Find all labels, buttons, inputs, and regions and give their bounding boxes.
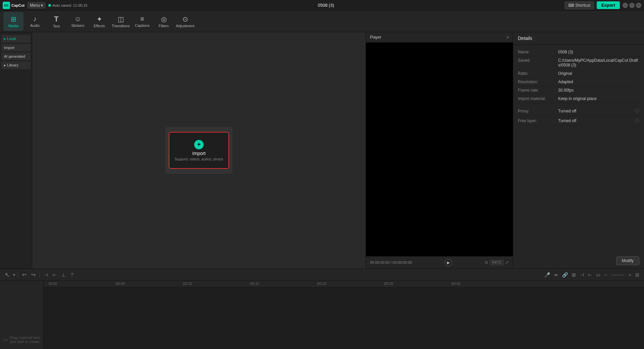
toolbar-text[interactable]: T Text: [46, 12, 66, 31]
zoom-in-icon[interactable]: +: [627, 271, 633, 278]
link-icon[interactable]: 🔗: [561, 271, 569, 278]
filters-label: Filters: [159, 24, 169, 28]
toolbar-effects[interactable]: ✦ Effects: [89, 12, 109, 31]
audio-label: Audio: [30, 23, 40, 28]
zoom-slider[interactable]: ────: [610, 271, 626, 278]
ruler-mark-0: 00:00: [49, 282, 57, 286]
snapshot-icon[interactable]: ⊙: [485, 260, 488, 265]
play-button[interactable]: ▶: [445, 259, 452, 266]
toolbar-separator-2: [40, 272, 40, 278]
detail-name-label: Name:: [518, 50, 558, 54]
toolbar-media[interactable]: ⊞ Media: [3, 12, 23, 31]
microphone-icon[interactable]: 🎤: [543, 271, 551, 278]
import-label: Import: [192, 151, 206, 156]
audio-icon: ♪: [33, 15, 37, 23]
timeline-left-gutter: ▭ Drag material here and start to create: [0, 281, 44, 349]
title-bar: CC CapCut Menu ▾ Auto saved: 11:00:15 05…: [0, 0, 644, 11]
modify-button[interactable]: Modify: [616, 256, 639, 265]
fullscreen-icon[interactable]: ⤢: [505, 260, 509, 265]
toolbar-transitions[interactable]: ◫ Transitions: [111, 12, 131, 31]
detail-row-framerate: Frame rate: 30.00fps: [518, 86, 639, 95]
toolbar-captions[interactable]: ≡ Captions: [132, 12, 152, 31]
prev-frame-button[interactable]: ⊢: [51, 271, 58, 278]
cursor-tool-dropdown[interactable]: ▾: [13, 272, 15, 277]
details-header: Details: [513, 32, 644, 45]
detail-framerate-label: Frame rate:: [518, 88, 558, 93]
player-menu-icon[interactable]: ≡: [506, 35, 509, 40]
fit-timeline-icon[interactable]: ⤄: [553, 271, 559, 278]
expand-icon[interactable]: ⊟: [634, 271, 641, 278]
maximize-button[interactable]: □: [629, 3, 635, 8]
proxy-info-icon[interactable]: ⓘ: [635, 108, 639, 114]
drag-hint-text: Drag material here and start to create: [10, 336, 43, 344]
detail-row-name: Name: 0508 (3): [518, 48, 639, 56]
player-panel: Player ≡ 00:00:00:00 / 00:00:00:00 ▶ ⊙ R…: [366, 32, 513, 268]
export-button[interactable]: Export: [597, 1, 620, 9]
detail-free-layer-label: Free layer:: [518, 118, 558, 123]
detail-proxy-label: Proxy:: [518, 109, 558, 113]
caption-icon[interactable]: ▭: [595, 271, 602, 278]
stickers-label: Stickers: [71, 23, 84, 28]
logo-icon: CC: [3, 2, 10, 9]
captions-label: Captions: [135, 23, 149, 28]
free-layer-info-icon[interactable]: ⓘ: [635, 118, 639, 124]
timeline-right-controls: 🎤 ⤄ 🔗 ⊞ ⊣ ⊢ ▭ − ──── + ⊟: [543, 271, 641, 278]
text-icon: T: [54, 15, 58, 23]
detail-resolution-label: Resolution:: [518, 80, 558, 84]
magnet-icon[interactable]: ⊞: [571, 271, 577, 278]
detail-row-saved: Saved: C:/Users/MyPC/AppData/Local/CapCu…: [518, 56, 639, 69]
shortcut-button[interactable]: ⌨ Shortcut: [565, 1, 594, 9]
redo-button[interactable]: ↪: [30, 271, 37, 279]
import-button-left[interactable]: Import: [1, 44, 31, 51]
drag-hint-icon: ▭: [3, 337, 8, 342]
close-button[interactable]: ✕: [636, 3, 641, 8]
transitions-label: Transitions: [112, 24, 129, 28]
auto-save-dot: [48, 4, 51, 7]
media-icon: ⊞: [11, 15, 16, 23]
library-button[interactable]: ▸ Library: [1, 61, 31, 69]
timeline-ruler: 00:00 |00:05 |00:10 |00:15 |00:20 |00:25…: [44, 281, 644, 288]
minimize-button[interactable]: −: [623, 3, 628, 8]
undo-button[interactable]: ↩: [21, 271, 28, 279]
detail-row-ratio: Ratio: Original: [518, 69, 639, 78]
import-drop-zone[interactable]: + Import Supports: videos, audios, photo…: [169, 132, 229, 169]
ratio-badge[interactable]: RATIO: [490, 260, 503, 265]
ruler-mark-4: |00:20: [317, 282, 326, 286]
details-footer: Modify: [513, 253, 644, 268]
keyboard-icon: ⌨: [568, 3, 574, 8]
mark-out-icon[interactable]: ⊢: [587, 271, 593, 278]
media-label: Media: [8, 24, 18, 28]
local-button[interactable]: ▸ Local: [1, 35, 31, 43]
text-label: Text: [53, 24, 60, 28]
toolbar-stickers[interactable]: ☺ Stickers: [68, 12, 88, 31]
main-toolbar: ⊞ Media ♪ Audio T Text ☺ Stickers ✦ Effe…: [0, 11, 644, 32]
player-viewport: [366, 43, 513, 256]
toolbar-separator-1: [18, 272, 18, 278]
ai-generated-button[interactable]: AI generated: [1, 53, 31, 60]
details-body: Name: 0508 (3) Saved: C:/Users/MyPC/AppD…: [513, 45, 644, 253]
left-panel: ▸ Local Import AI generated ▸ Library: [0, 32, 32, 268]
mark-in-icon[interactable]: ⊣: [579, 271, 585, 278]
toolbar-adjustment[interactable]: ⊙ Adjustment: [175, 12, 195, 31]
toolbar-audio[interactable]: ♪ Audio: [25, 12, 45, 31]
timeline-content[interactable]: 00:00 |00:05 |00:10 |00:15 |00:20 |00:25…: [44, 281, 644, 349]
delete-button[interactable]: ⊤: [69, 271, 75, 278]
captions-icon: ≡: [140, 15, 144, 23]
player-right-controls: ⊙ RATIO ⤢: [485, 260, 509, 265]
import-plus-icon: +: [194, 140, 204, 149]
detail-import-material-value: Keep in original place: [558, 96, 597, 101]
next-frame-button[interactable]: ⊥: [60, 271, 67, 278]
player-body: 00:00:00:00 / 00:00:00:00 ▶ ⊙ RATIO ⤢: [366, 43, 513, 268]
detail-name-value: 0508 (3): [558, 50, 573, 54]
cursor-tool-button[interactable]: ↖: [3, 270, 11, 279]
zoom-out-icon[interactable]: −: [603, 271, 608, 278]
detail-row-import-material: Import material: Keep in original place: [518, 95, 639, 103]
detail-ratio-value: Original: [558, 71, 572, 76]
menu-button[interactable]: Menu ▾: [27, 2, 46, 9]
details-panel: Details Name: 0508 (3) Saved: C:/Users/M…: [513, 32, 644, 268]
detail-framerate-value: 30.00fps: [558, 88, 574, 93]
auto-save-status: Auto saved: 11:00:15: [48, 3, 87, 7]
toolbar-filters[interactable]: ◎ Filters: [154, 12, 174, 31]
split-button[interactable]: ⊣: [43, 271, 49, 278]
media-area: + Import Supports: videos, audios, photo…: [32, 32, 366, 268]
